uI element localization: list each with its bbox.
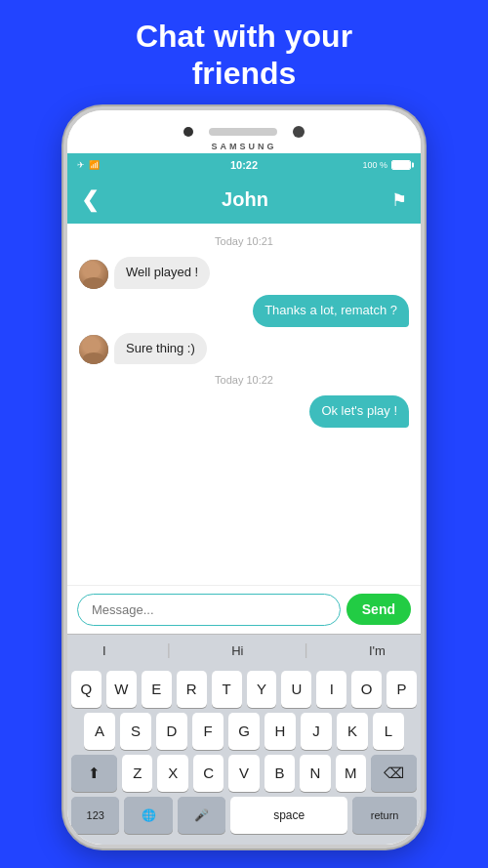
message-row-2: Thanks a lot, rematch ? bbox=[79, 295, 409, 327]
key-x[interactable]: X bbox=[157, 755, 187, 792]
key-w[interactable]: W bbox=[106, 671, 137, 708]
key-p[interactable]: P bbox=[386, 671, 417, 708]
key-o[interactable]: O bbox=[351, 671, 382, 708]
message-row-1: Well played ! bbox=[79, 257, 409, 289]
key-u[interactable]: U bbox=[281, 671, 311, 708]
chat-area: Today 10:21 Well played ! Thanks a lot, … bbox=[67, 224, 421, 585]
keyboard-row-2: A S D F G H J K L bbox=[71, 713, 417, 750]
numbers-key[interactable]: 123 bbox=[71, 797, 119, 834]
autocomplete-word-2[interactable]: Hi bbox=[222, 640, 253, 662]
phone-top-bezel: SAMSUNG bbox=[67, 110, 421, 153]
mic-key[interactable]: 🎤 bbox=[178, 797, 225, 834]
key-m[interactable]: M bbox=[336, 755, 366, 792]
key-c[interactable]: C bbox=[193, 755, 224, 792]
key-l[interactable]: L bbox=[373, 713, 404, 750]
message-row-3: Sure thing :) bbox=[79, 333, 409, 365]
key-e[interactable]: E bbox=[142, 671, 172, 708]
avatar-1 bbox=[79, 260, 108, 289]
battery-text: 100 % bbox=[362, 160, 387, 170]
avatar-image-1 bbox=[79, 260, 108, 289]
battery-fill bbox=[392, 161, 410, 169]
keyboard-row-3: ⬆ Z X C V B N M ⌫ bbox=[71, 755, 417, 792]
keyboard-row-1: Q W E R T Y U I O P bbox=[71, 671, 417, 708]
bubble-1: Well played ! bbox=[114, 257, 210, 289]
key-d[interactable]: D bbox=[156, 713, 187, 750]
camera-dot-right bbox=[293, 126, 305, 138]
camera-dot-left bbox=[183, 127, 193, 137]
key-z[interactable]: Z bbox=[122, 755, 152, 792]
key-g[interactable]: G bbox=[228, 713, 260, 750]
return-key[interactable]: return bbox=[352, 797, 417, 834]
key-k[interactable]: K bbox=[337, 713, 368, 750]
contact-name: John bbox=[222, 188, 268, 211]
autocomplete-word-1[interactable]: I bbox=[93, 640, 116, 662]
status-left: ✈ 📶 bbox=[77, 160, 100, 170]
status-right: 100 % bbox=[362, 160, 411, 170]
keyboard: Q W E R T Y U I O P A S D F G H J K L ⬆ … bbox=[67, 667, 421, 845]
status-time: 10:22 bbox=[230, 159, 258, 171]
back-button[interactable]: ❮ bbox=[81, 187, 99, 213]
time-label-2: Today 10:22 bbox=[79, 374, 409, 386]
key-q[interactable]: Q bbox=[71, 671, 102, 708]
key-b[interactable]: B bbox=[264, 755, 295, 792]
keyboard-row-4: 123 🌐 🎤 space return bbox=[71, 797, 417, 834]
key-y[interactable]: Y bbox=[247, 671, 277, 708]
time-label-1: Today 10:21 bbox=[79, 235, 409, 247]
avatar-image-3 bbox=[79, 335, 108, 364]
phone-cameras bbox=[183, 126, 305, 138]
app-header: ❮ John ⚑ bbox=[67, 177, 421, 224]
space-key[interactable]: space bbox=[230, 797, 347, 834]
key-v[interactable]: V bbox=[228, 755, 259, 792]
key-r[interactable]: R bbox=[177, 671, 207, 708]
bubble-4: Ok let's play ! bbox=[309, 395, 409, 428]
delete-key[interactable]: ⌫ bbox=[371, 755, 417, 792]
page-title: Chat with your friends bbox=[97, 0, 391, 106]
avatar-3 bbox=[79, 335, 108, 364]
message-input-area: Send bbox=[67, 585, 421, 634]
key-i[interactable]: I bbox=[316, 671, 346, 708]
key-s[interactable]: S bbox=[120, 713, 151, 750]
bubble-2: Thanks a lot, rematch ? bbox=[253, 295, 409, 327]
send-button[interactable]: Send bbox=[346, 594, 411, 625]
autocomplete-word-3[interactable]: I'm bbox=[359, 640, 395, 662]
airplane-icon: ✈ bbox=[77, 160, 85, 170]
battery-icon bbox=[391, 160, 411, 170]
key-f[interactable]: F bbox=[192, 713, 224, 750]
message-input[interactable] bbox=[77, 594, 341, 626]
phone-frame: SAMSUNG ✈ 📶 10:22 100 % ❮ John ⚑ Today 1… bbox=[63, 106, 425, 848]
key-t[interactable]: T bbox=[212, 671, 242, 708]
key-h[interactable]: H bbox=[264, 713, 296, 750]
key-a[interactable]: A bbox=[84, 713, 115, 750]
autocomplete-bar: I | Hi | I'm bbox=[67, 634, 421, 667]
shift-key[interactable]: ⬆ bbox=[71, 755, 117, 792]
flag-button[interactable]: ⚑ bbox=[391, 189, 407, 211]
wifi-icon: 📶 bbox=[89, 160, 100, 170]
status-bar: ✈ 📶 10:22 100 % bbox=[67, 153, 421, 177]
speaker-bar bbox=[209, 128, 277, 136]
key-n[interactable]: N bbox=[300, 755, 330, 792]
brand-text: SAMSUNG bbox=[211, 142, 276, 151]
bubble-3: Sure thing :) bbox=[114, 333, 207, 365]
key-j[interactable]: J bbox=[301, 713, 332, 750]
message-row-4: Ok let's play ! bbox=[79, 395, 409, 428]
globe-key[interactable]: 🌐 bbox=[124, 797, 172, 834]
